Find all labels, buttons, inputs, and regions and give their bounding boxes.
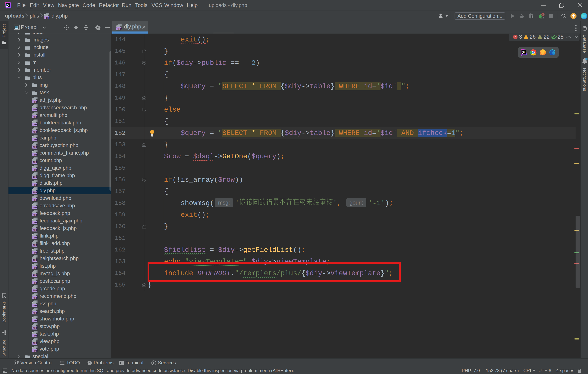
svg-text:PS: PS <box>522 51 525 53</box>
svg-text:PHP: PHP <box>44 16 50 19</box>
svg-text:PS: PS <box>6 4 9 6</box>
